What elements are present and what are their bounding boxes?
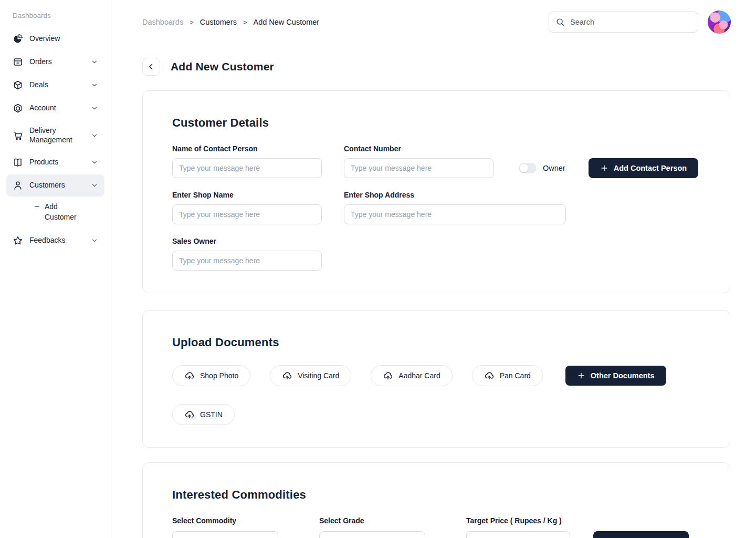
chevron-down-icon <box>91 58 98 66</box>
main-area: Dashboards > Customers > Add New Custome… <box>111 0 756 538</box>
avatar[interactable] <box>708 11 731 34</box>
package-icon <box>13 80 23 90</box>
sidebar-item-label: Deals <box>29 80 48 90</box>
dash-marker <box>35 206 39 207</box>
sidebar-item-customers[interactable]: Customers <box>6 174 104 196</box>
customer-details-card: Customer Details Name of Contact Person … <box>142 90 730 293</box>
sidebar-subitem-label: Add Customer <box>45 202 82 222</box>
pie-chart-icon <box>13 34 23 44</box>
owner-toggle[interactable] <box>519 163 537 173</box>
contact-name-label: Name of Contact Person <box>172 144 322 153</box>
page-title-row: Add New Customer <box>142 58 730 76</box>
plus-icon <box>577 371 585 380</box>
grade-select[interactable]: Grade <box>319 531 425 538</box>
sidebar-item-label: Feedbacks <box>29 236 65 245</box>
chevron-down-icon <box>91 105 98 112</box>
sidebar-item-label: Delivery Management <box>29 126 78 144</box>
breadcrumb-customers[interactable]: Customers <box>200 18 237 26</box>
page-content: Add New Customer Customer Details Name o… <box>111 44 756 538</box>
chevron-down-icon <box>91 81 98 89</box>
sidebar-item-label: Customers <box>29 181 65 190</box>
chevron-left-icon <box>147 63 155 71</box>
pan-card-label: Pan Card <box>500 371 531 380</box>
sidebar-item-label: Orders <box>29 57 52 67</box>
contact-number-input[interactable] <box>344 158 494 178</box>
page-title: Add New Customer <box>171 60 274 73</box>
shop-address-input[interactable] <box>344 204 566 224</box>
book-icon <box>13 157 23 168</box>
shop-photo-label: Shop Photo <box>200 371 238 380</box>
back-button[interactable] <box>142 58 160 76</box>
shop-row: Enter Shop Name Enter Shop Address <box>172 191 700 224</box>
other-documents-button[interactable]: Other Documents <box>565 366 666 386</box>
cube-icon <box>13 103 23 113</box>
customer-details-title: Customer Details <box>172 116 700 130</box>
interested-commodities-title: Interested Commodities <box>172 488 700 502</box>
contact-number-field: Contact Number <box>344 144 494 178</box>
sidebar-item-label: Account <box>29 104 56 113</box>
cloud-upload-icon <box>184 370 195 381</box>
orders-icon <box>13 57 23 67</box>
commodity-select[interactable]: Commodity <box>172 531 278 538</box>
sidebar-item-deals[interactable]: Deals <box>6 74 104 96</box>
add-contact-person-button[interactable]: Add Contact Person <box>589 158 698 178</box>
grade-label: Select Grade <box>319 516 425 525</box>
star-icon <box>13 235 23 246</box>
chevron-down-icon <box>91 237 98 244</box>
commodity-field: Select Commodity Commodity <box>172 516 278 538</box>
cloud-upload-icon <box>282 370 292 381</box>
search-box <box>549 12 698 33</box>
add-commodity-button[interactable]: Add Commodity <box>593 531 689 538</box>
visiting-card-label: Visiting Card <box>298 371 339 380</box>
sales-owner-field: Sales Owner <box>172 237 322 271</box>
cart-icon <box>13 130 23 141</box>
commodity-label: Select Commodity <box>172 516 278 525</box>
aadhar-card-label: Aadhar Card <box>398 371 440 380</box>
visiting-card-upload-button[interactable]: Visiting Card <box>270 365 351 386</box>
aadhar-card-upload-button[interactable]: Aadhar Card <box>371 365 452 386</box>
sidebar-subitem-add-customer[interactable]: Add Customer <box>6 198 104 226</box>
contact-name-input[interactable] <box>172 158 322 178</box>
cloud-upload-icon <box>184 409 195 420</box>
target-price-input[interactable] <box>466 531 570 538</box>
sidebar-item-feedbacks[interactable]: Feedbacks <box>6 230 104 252</box>
contact-number-label: Contact Number <box>344 144 494 153</box>
upload-pill-row-2: GSTIN <box>172 404 700 425</box>
cloud-upload-icon <box>484 370 495 381</box>
owner-toggle-label: Owner <box>543 164 565 172</box>
shop-address-field: Enter Shop Address <box>344 191 566 224</box>
owner-toggle-group: Owner <box>519 163 565 173</box>
breadcrumb-dashboards[interactable]: Dashboards <box>142 18 183 26</box>
shop-name-label: Enter Shop Name <box>172 191 322 199</box>
grade-field: Select Grade Grade <box>319 516 425 538</box>
sidebar-item-overview[interactable]: Overview <box>6 28 104 50</box>
cloud-upload-icon <box>383 370 393 381</box>
other-documents-label: Other Documents <box>591 371 655 380</box>
pan-card-upload-button[interactable]: Pan Card <box>472 365 543 386</box>
upload-documents-card: Upload Documents Shop Photo Visiting Car… <box>142 310 730 448</box>
sidebar-item-orders[interactable]: Orders <box>6 51 104 73</box>
sidebar-item-label: Overview <box>29 34 60 44</box>
chevron-down-icon <box>91 132 98 139</box>
shop-photo-upload-button[interactable]: Shop Photo <box>172 365 250 386</box>
sidebar: Dashboards Overview Orders Deals Account <box>0 0 111 538</box>
sales-owner-input[interactable] <box>172 251 322 271</box>
sidebar-item-account[interactable]: Account <box>6 97 104 119</box>
shop-name-input[interactable] <box>172 204 322 224</box>
shop-address-label: Enter Shop Address <box>344 191 566 199</box>
contact-row: Name of Contact Person Contact Number Ow… <box>172 144 700 178</box>
gstin-upload-button[interactable]: GSTIN <box>172 404 235 425</box>
target-price-label: Target Price ( Rupees / Kg ) <box>466 516 570 525</box>
sidebar-item-delivery-management[interactable]: Delivery Management <box>6 120 104 150</box>
interested-commodities-card: Interested Commodities Select Commodity … <box>142 462 730 538</box>
breadcrumb-separator: > <box>243 18 247 26</box>
search-input[interactable] <box>570 18 691 26</box>
sidebar-item-products[interactable]: Products <box>6 151 104 173</box>
upload-pill-row: Shop Photo Visiting Card Aadhar Card Pan… <box>172 365 700 386</box>
sales-owner-row: Sales Owner <box>172 237 700 271</box>
topbar: Dashboards > Customers > Add New Custome… <box>111 0 756 44</box>
breadcrumb-separator: > <box>190 18 194 26</box>
toggle-knob <box>520 164 528 172</box>
contact-name-field: Name of Contact Person <box>172 144 322 178</box>
plus-icon <box>600 164 608 172</box>
